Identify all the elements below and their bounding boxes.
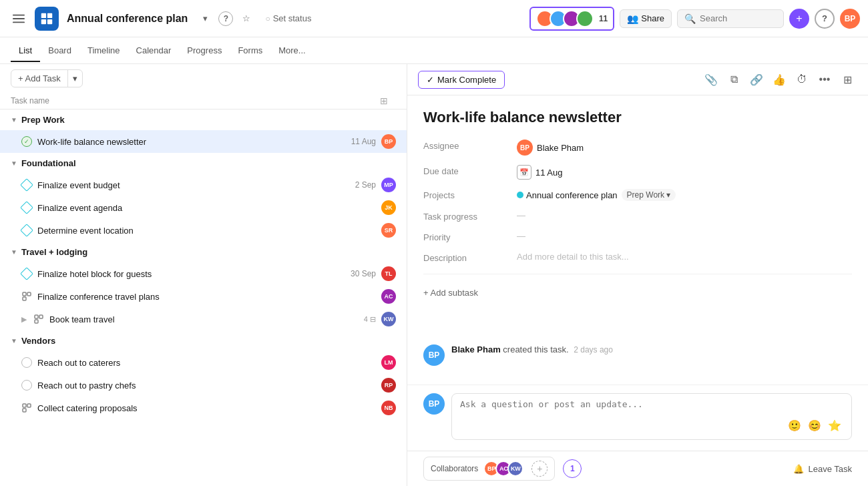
due-date-text: 11 Aug <box>535 168 563 178</box>
collaborators-section[interactable]: Collaborators BP AC KW + <box>423 457 555 481</box>
task-row[interactable]: Finalize event agenda JK <box>0 196 407 219</box>
section-travel-lodging[interactable]: ▼ Travel + lodging <box>0 242 407 262</box>
section-foundational[interactable]: ▼ Foundational <box>0 153 407 174</box>
assignee-value[interactable]: BP Blake Pham <box>517 140 852 156</box>
assignee-label: Assignee <box>423 140 517 151</box>
share-button[interactable]: 👥 Share <box>620 9 672 28</box>
collapse-all-icon[interactable]: ⊞ <box>380 95 396 106</box>
search-input[interactable] <box>700 13 777 23</box>
task-row[interactable]: Finalize hotel block for guests 30 Sep T… <box>0 262 407 285</box>
task-name: Finalize conference travel plans <box>37 292 376 302</box>
attachment-icon[interactable]: 📎 <box>701 69 721 89</box>
subtask-icon <box>33 314 44 324</box>
set-status-btn[interactable]: ○ Set status <box>260 11 316 26</box>
expand-icon[interactable]: ▶ <box>21 315 27 324</box>
task-diamond-icon <box>20 224 33 237</box>
task-row[interactable]: Collect catering proposals NB <box>0 397 407 419</box>
collab-count-badge[interactable]: 1 <box>563 459 582 478</box>
tab-calendar[interactable]: Calendar <box>128 40 180 62</box>
emoji-laugh-icon[interactable]: 😊 <box>806 417 823 434</box>
task-detail: Work-life balance newsletter Assignee BP… <box>407 95 868 344</box>
comment-input-wrapper[interactable]: 🙂 😊 ⭐ <box>451 393 852 440</box>
task-row[interactable]: Finalize event budget 2 Sep MP <box>0 174 407 196</box>
timer-icon[interactable]: ⏱ <box>792 69 812 89</box>
project-section-tag[interactable]: Prep Work ▾ <box>622 189 676 201</box>
task-row[interactable]: Determine event location SR <box>0 219 407 242</box>
task-row[interactable]: Reach out to caterers LM <box>0 351 407 374</box>
tab-list[interactable]: List <box>11 40 40 62</box>
task-icon <box>21 380 32 391</box>
bottom-bar: Collaborators BP AC KW + 1 🔔 Leave Task <box>407 451 868 486</box>
section-vendors[interactable]: ▼ Vendors <box>0 330 407 351</box>
link-icon[interactable]: 🔗 <box>746 69 767 89</box>
like-icon[interactable]: 👍 <box>769 69 789 89</box>
priority-value[interactable]: — <box>517 231 852 241</box>
collaborators-label: Collaborators <box>431 464 478 473</box>
svg-rect-1 <box>13 18 25 19</box>
main-content: + Add Task ▾ Task name ⊞ ▼ Prep Work Wor… <box>0 64 868 486</box>
task-assignee-avatar: BP <box>381 134 396 149</box>
subtask-icon <box>21 291 32 302</box>
task-name: Work-life balance newsletter <box>37 137 346 147</box>
more-options-icon[interactable]: ••• <box>815 69 835 89</box>
dropdown-icon[interactable]: ▾ <box>196 9 214 28</box>
add-collaborator-button[interactable]: + <box>531 461 548 477</box>
subtask-count-badge: 4 ⊟ <box>364 315 376 324</box>
task-icon <box>21 291 32 302</box>
section-name: Prep Work <box>21 115 65 125</box>
tab-board[interactable]: Board <box>40 40 79 62</box>
expand-panel-icon[interactable]: ⊞ <box>837 69 857 89</box>
add-button[interactable]: + <box>789 9 809 29</box>
task-name: Book team travel <box>49 314 359 324</box>
add-task-main[interactable]: + Add Task <box>11 70 67 87</box>
comment-input[interactable] <box>460 399 786 419</box>
search-box[interactable]: 🔍 <box>677 9 784 28</box>
task-row[interactable]: Reach out to pastry chefs RP <box>0 374 407 397</box>
add-subtask-button[interactable]: + Add subtask <box>423 285 852 300</box>
task-detail-title[interactable]: Work-life balance newsletter <box>423 109 852 126</box>
tab-forms[interactable]: Forms <box>230 40 270 62</box>
mark-complete-button[interactable]: ✓ Mark Complete <box>418 71 505 89</box>
description-value[interactable]: Add more detail to this task... <box>517 252 852 262</box>
projects-field: Projects Annual conference plan Prep Wor… <box>423 189 852 201</box>
emoji-smile-icon[interactable]: 🙂 <box>786 417 803 434</box>
task-row[interactable]: ▶ Book team travel 4 ⊟ KW <box>0 308 407 330</box>
task-diamond-icon <box>20 178 33 192</box>
assignee-avatar: BP <box>517 140 533 156</box>
task-assignee-avatar: MP <box>381 178 396 192</box>
task-assignee-avatar: AC <box>381 289 396 304</box>
star-icon[interactable]: ☆ <box>237 9 256 28</box>
calendar-icon: 📅 <box>517 165 531 180</box>
topbar-actions: ▾ ? ☆ ○ Set status <box>196 9 316 28</box>
tab-more[interactable]: More... <box>270 40 313 62</box>
task-row[interactable]: Work-life balance newsletter 11 Aug BP <box>0 130 407 153</box>
activity-item: BP Blake Pham created this task. 2 days … <box>423 344 852 366</box>
user-avatar[interactable]: BP <box>840 9 860 29</box>
comment-area: BP 🙂 😊 ⭐ <box>407 385 868 451</box>
menu-icon[interactable] <box>8 8 29 29</box>
projects-value[interactable]: Annual conference plan Prep Work ▾ <box>517 189 852 201</box>
task-icon <box>21 202 32 213</box>
add-task-button[interactable]: + Add Task ▾ <box>11 69 83 87</box>
right-panel: ✓ Mark Complete 📎 ⧉ 🔗 👍 ⏱ ••• ⊞ Work-lif… <box>407 64 868 486</box>
copy-task-icon[interactable]: ⧉ <box>724 69 744 89</box>
svg-rect-2 <box>13 21 25 23</box>
section-prep-work[interactable]: ▼ Prep Work <box>0 109 407 130</box>
leave-task-button[interactable]: 🔔 Leave Task <box>793 464 852 474</box>
help-circle-icon[interactable]: ? <box>218 11 233 26</box>
due-date-value[interactable]: 📅 11 Aug <box>517 165 852 180</box>
task-row[interactable]: Finalize conference travel plans AC <box>0 285 407 308</box>
emoji-star-icon[interactable]: ⭐ <box>826 417 843 434</box>
members-badge[interactable]: 11 <box>529 7 614 31</box>
task-progress-value[interactable]: — <box>517 210 852 220</box>
tab-timeline[interactable]: Timeline <box>79 40 128 62</box>
project-dot <box>517 192 523 198</box>
tab-progress[interactable]: Progress <box>179 40 230 62</box>
help-button[interactable]: ? <box>815 9 835 29</box>
task-check-done-icon <box>21 136 32 147</box>
svg-rect-8 <box>27 292 31 296</box>
assignee-name: Blake Pham <box>537 143 584 153</box>
task-date: 2 Sep <box>355 180 376 190</box>
svg-rect-11 <box>39 315 43 318</box>
add-task-chevron[interactable]: ▾ <box>67 70 82 87</box>
